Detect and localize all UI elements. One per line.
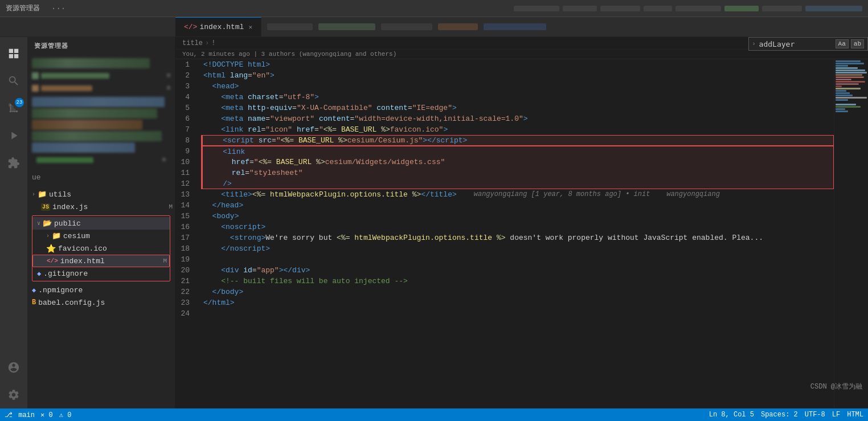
sidebar-item-gitignore[interactable]: ◆ .gitignore bbox=[32, 267, 170, 280]
status-eol[interactable]: LF bbox=[832, 411, 840, 419]
status-errors[interactable]: ✕ 0 ⚠ 0 bbox=[40, 411, 71, 419]
sidebar-item-utils[interactable]: › 📁 utils bbox=[27, 188, 175, 201]
status-errors-count: 0 bbox=[48, 411, 52, 419]
status-branch-label: main bbox=[18, 411, 35, 419]
sidebar-item-babel[interactable]: B babel.config.js bbox=[27, 296, 175, 309]
blur-label-1 bbox=[41, 73, 109, 79]
activity-icon-run[interactable] bbox=[0, 122, 27, 149]
code-indent bbox=[203, 103, 221, 113]
status-warnings-count: 0 bbox=[67, 411, 71, 419]
ln-1: 1 bbox=[175, 59, 195, 70]
ln-8: 8 bbox=[175, 135, 195, 146]
code-line-8: <script src="<%= BASE_URL %>cesium/Cesiu… bbox=[201, 135, 834, 146]
code-line-19 bbox=[201, 254, 834, 265]
ln-23: 23 bbox=[175, 297, 195, 308]
blur-icon-2 bbox=[32, 85, 39, 92]
code-line-5: <meta http-equiv="X-UA-Compatible" conte… bbox=[201, 103, 834, 113]
code-line-10: href="<%= BASE_URL %>cesium/Widgets/widg… bbox=[201, 157, 834, 167]
status-language[interactable]: HTML bbox=[847, 411, 863, 419]
sidebar-item-blurred-1[interactable]: M bbox=[27, 70, 175, 82]
search-case-btn[interactable]: Aa bbox=[836, 39, 849, 48]
spacer-2 bbox=[27, 183, 175, 186]
status-branch[interactable]: ⎇ main bbox=[5, 411, 35, 419]
indexjs-modified: M bbox=[169, 203, 175, 210]
minimap-line-12 bbox=[836, 85, 842, 87]
ln-20: 20 bbox=[175, 265, 195, 276]
tab-close[interactable]: ✕ bbox=[248, 23, 252, 31]
ln-16: 16 bbox=[175, 222, 195, 232]
sidebar-highlight-box: ∨ 📂 public › 📁 cesium ⭐ favicon.ico bbox=[32, 215, 170, 281]
code-line-1: <!DOCTYPE html> bbox=[201, 59, 834, 70]
search-input[interactable] bbox=[759, 40, 833, 48]
sidebar-item-indexjs[interactable]: JS index.js M bbox=[27, 201, 175, 213]
git-blame-bar: You, 2 minutes ago | 3 authors (wangyong… bbox=[175, 50, 868, 59]
sidebar-item-ue[interactable]: ue bbox=[27, 171, 175, 183]
html-icon: </> bbox=[47, 257, 58, 264]
sidebar-label-gitignore: .gitignore bbox=[43, 269, 88, 278]
search-chevron-icon[interactable]: › bbox=[752, 41, 756, 47]
ln-12: 12 bbox=[175, 178, 195, 189]
activity-icon-git[interactable]: 23 bbox=[0, 95, 27, 122]
minimap-line-14 bbox=[836, 90, 846, 92]
code-line-15: <body> bbox=[201, 211, 834, 222]
code-line-24 bbox=[201, 308, 834, 319]
code-editor[interactable]: 1 2 3 4 5 6 7 8 9 10 11 12 13 14 15 16 1 bbox=[175, 59, 868, 408]
top-bar: 资源管理器 ··· bbox=[0, 0, 868, 17]
minimap-line-5 bbox=[836, 70, 865, 71]
sidebar-item-cesium[interactable]: › 📁 cesium bbox=[32, 230, 170, 242]
code-line-23: </html> bbox=[201, 297, 834, 308]
activity-icon-settings[interactable] bbox=[0, 381, 27, 408]
breadcrumb-part2: ! bbox=[211, 39, 215, 47]
sidebar-label-utils: utils bbox=[49, 190, 71, 199]
activity-icon-search[interactable] bbox=[0, 67, 27, 95]
menu-dots[interactable]: ··· bbox=[51, 4, 65, 13]
status-spaces[interactable]: Spaces: 2 bbox=[761, 411, 798, 419]
code-token: < bbox=[203, 70, 208, 81]
indexhtml-modified: M bbox=[163, 257, 169, 264]
activity-icon-extensions[interactable] bbox=[0, 149, 27, 177]
ln-13: 13 bbox=[175, 189, 195, 200]
code-line-21: <!-- built files will be auto injected -… bbox=[201, 276, 834, 287]
sidebar-item-favicon[interactable]: ⭐ favicon.ico bbox=[32, 242, 170, 255]
tab-bar-rest bbox=[261, 23, 868, 30]
git-icon-gitignore: ◆ bbox=[37, 269, 41, 278]
minimap-line-10 bbox=[836, 81, 865, 83]
ln-6: 6 bbox=[175, 113, 195, 124]
sidebar-label-npmignore: .npmignore bbox=[38, 286, 83, 295]
search-word-btn[interactable]: ab bbox=[851, 39, 864, 48]
activity-icon-account[interactable] bbox=[0, 354, 27, 381]
sidebar-item-npmignore[interactable]: ◆ .npmignore bbox=[27, 284, 175, 296]
line-numbers: 1 2 3 4 5 6 7 8 9 10 11 12 13 14 15 16 1 bbox=[175, 59, 201, 408]
sidebar-item-indexhtml[interactable]: </> index.html M bbox=[32, 255, 170, 267]
blur-label-3 bbox=[36, 157, 93, 163]
sidebar-item-public[interactable]: ∨ 📂 public bbox=[32, 217, 170, 230]
status-encoding[interactable]: UTF-8 bbox=[805, 411, 825, 419]
minimap-line-13 bbox=[836, 88, 861, 89]
sidebar-item-blurred-3[interactable]: M bbox=[27, 154, 175, 166]
tab-index-html[interactable]: </> index.html ✕ bbox=[175, 17, 261, 37]
status-line-col[interactable]: Ln 8, Col 5 bbox=[709, 411, 754, 419]
minimap-line-3 bbox=[836, 65, 848, 67]
ln-5: 5 bbox=[175, 103, 195, 113]
blame-line-13: wangyongqiang [1 year, 8 months ago] • i… bbox=[474, 189, 720, 200]
sidebar-item-blurred-2[interactable]: M bbox=[27, 82, 175, 95]
code-line-17: <strong>We're sorry but <%= htmlWebpackP… bbox=[201, 232, 834, 243]
git-blame-text: You, 2 minutes ago | 3 authors (wangyong… bbox=[182, 51, 396, 58]
search-bar: › Aa ab bbox=[748, 37, 868, 51]
code-line-13: <title><%= htmlWebpackPlugin.options.tit… bbox=[201, 189, 834, 200]
folder-open-icon-public: 📂 bbox=[43, 219, 52, 228]
ln-10: 10 bbox=[175, 157, 195, 167]
code-line-22: </body> bbox=[201, 287, 834, 297]
collapse-icon-utils: › bbox=[32, 191, 35, 198]
minimap-line-22 bbox=[836, 108, 845, 110]
code-token: lang bbox=[226, 70, 248, 81]
svg-point-0 bbox=[10, 104, 12, 107]
code-token: <head> bbox=[212, 81, 239, 92]
minimap-line-23 bbox=[836, 111, 848, 112]
sidebar-label-indexjs: index.js bbox=[52, 203, 88, 211]
code-token: = bbox=[248, 70, 252, 81]
activity-icon-explorer[interactable] bbox=[0, 40, 27, 67]
code-line-14: </head> bbox=[201, 200, 834, 211]
code-token: < bbox=[221, 92, 226, 103]
ln-7: 7 bbox=[175, 124, 195, 135]
